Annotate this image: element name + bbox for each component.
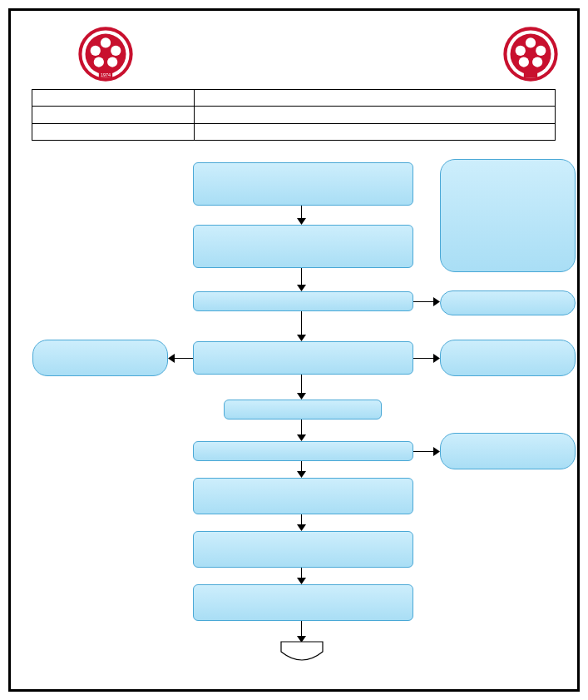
svg-point-15 (532, 57, 542, 67)
info-value (195, 90, 556, 107)
flow-step-6 (193, 441, 413, 461)
svg-marker-23 (297, 393, 306, 400)
svg-point-16 (519, 57, 529, 67)
info-label (32, 90, 195, 107)
svg-point-17 (516, 46, 526, 56)
arrow-down-icon (301, 420, 302, 436)
legend-box (440, 159, 576, 272)
arrowhead-down-icon (297, 471, 306, 478)
arrowhead-left-icon (168, 354, 175, 363)
flow-step-7 (193, 478, 413, 514)
svg-point-8 (101, 50, 110, 58)
institution-logo-left: 1974 (77, 26, 134, 82)
institution-logo-right (502, 26, 559, 82)
arrow-right-icon (413, 451, 435, 452)
flow-step-3 (193, 291, 413, 311)
svg-marker-20 (297, 218, 306, 225)
table-row (32, 90, 556, 107)
svg-point-18 (526, 50, 535, 58)
arrowhead-right-icon (433, 447, 440, 456)
svg-marker-21 (297, 285, 306, 291)
info-value (195, 107, 556, 123)
arrow-down-icon (301, 375, 302, 395)
page-frame: 1974 (8, 8, 580, 692)
arrow-right-icon (413, 358, 435, 359)
svg-marker-29 (433, 297, 440, 306)
table-row (32, 123, 556, 140)
info-table (32, 89, 556, 141)
table-row (32, 107, 556, 123)
svg-point-5 (107, 57, 117, 67)
svg-marker-27 (297, 578, 306, 584)
svg-marker-26 (297, 524, 306, 531)
flow-step-8 (193, 531, 413, 568)
info-label (32, 123, 195, 140)
flow-step-1 (193, 162, 413, 206)
svg-point-3 (101, 37, 111, 47)
arrow-down-icon (301, 268, 302, 286)
arrowhead-right-icon (433, 354, 440, 363)
svg-marker-30 (433, 354, 440, 363)
svg-marker-25 (297, 471, 306, 478)
arrow-left-icon (173, 358, 193, 359)
info-label (32, 107, 195, 123)
flow-step-4 (193, 341, 413, 375)
svg-point-6 (94, 57, 104, 67)
offpage-connector-icon (277, 640, 327, 665)
arrowhead-down-icon (297, 218, 306, 225)
svg-point-7 (91, 46, 101, 56)
svg-marker-32 (433, 447, 440, 456)
svg-point-13 (526, 37, 536, 47)
flow-step-5 (224, 400, 382, 420)
svg-marker-24 (297, 434, 306, 441)
arrow-down-icon (301, 311, 302, 336)
flow-step-9 (193, 584, 413, 621)
flow-branch-left (32, 340, 168, 376)
arrowhead-right-icon (433, 297, 440, 306)
logo-year-text: 1974 (101, 72, 111, 77)
arrowhead-down-icon (297, 434, 306, 441)
arrowhead-down-icon (297, 393, 306, 400)
document-title (144, 29, 493, 79)
svg-point-14 (536, 46, 546, 56)
arrowhead-down-icon (297, 285, 306, 291)
arrowhead-down-icon (297, 335, 306, 341)
flow-step-2 (193, 225, 413, 268)
flow-branch-right-2 (440, 340, 576, 376)
svg-marker-22 (297, 335, 306, 341)
arrowhead-down-icon (297, 578, 306, 584)
arrow-down-icon (301, 621, 302, 638)
info-value (195, 123, 556, 140)
arrowhead-down-icon (297, 524, 306, 531)
svg-marker-31 (168, 354, 175, 363)
flow-branch-right-3 (440, 433, 576, 469)
flow-branch-right-1 (440, 290, 576, 315)
svg-rect-19 (524, 72, 537, 78)
svg-point-4 (111, 46, 121, 56)
arrow-right-icon (413, 301, 435, 302)
